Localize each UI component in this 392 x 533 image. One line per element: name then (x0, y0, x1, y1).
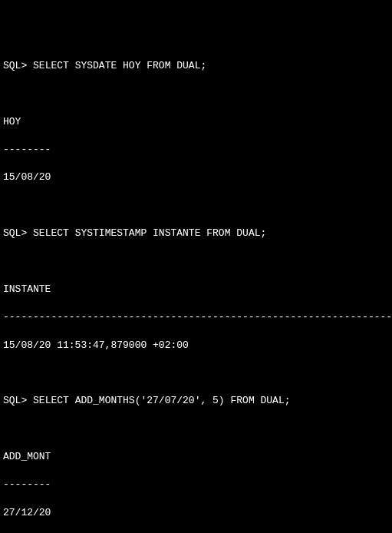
separator: ----------------------------------------… (3, 310, 389, 324)
blank-line (3, 366, 389, 380)
result-value: 15/08/20 11:53:47,879000 +02:00 (3, 339, 389, 353)
sql-prompt: SQL> (3, 227, 27, 239)
blank-line (3, 422, 389, 436)
sql-command: SELECT SYSTIMESTAMP INSTANTE FROM DUAL; (33, 227, 266, 239)
sql-line: SQL> SELECT ADD_MONTHS('27/07/20', 5) FR… (3, 394, 389, 408)
column-header: ADD_MONT (3, 450, 389, 464)
separator: -------- (3, 143, 389, 157)
column-header: INSTANTE (3, 283, 389, 296)
separator: -------- (3, 478, 389, 492)
sql-prompt: SQL> (3, 60, 27, 71)
sql-prompt: SQL> (3, 395, 27, 406)
sql-command: SELECT SYSDATE HOY FROM DUAL; (33, 60, 206, 71)
blank-line (3, 199, 389, 213)
result-value: 27/12/20 (3, 506, 389, 520)
sql-line: SQL> SELECT SYSDATE HOY FROM DUAL; (3, 59, 389, 73)
blank-line (3, 254, 389, 268)
blank-line (3, 87, 389, 101)
sql-line: SQL> SELECT SYSTIMESTAMP INSTANTE FROM D… (3, 227, 389, 240)
sql-command: SELECT ADD_MONTHS('27/07/20', 5) FROM DU… (33, 395, 290, 406)
column-header: HOY (3, 115, 389, 129)
result-value: 15/08/20 (3, 170, 389, 184)
